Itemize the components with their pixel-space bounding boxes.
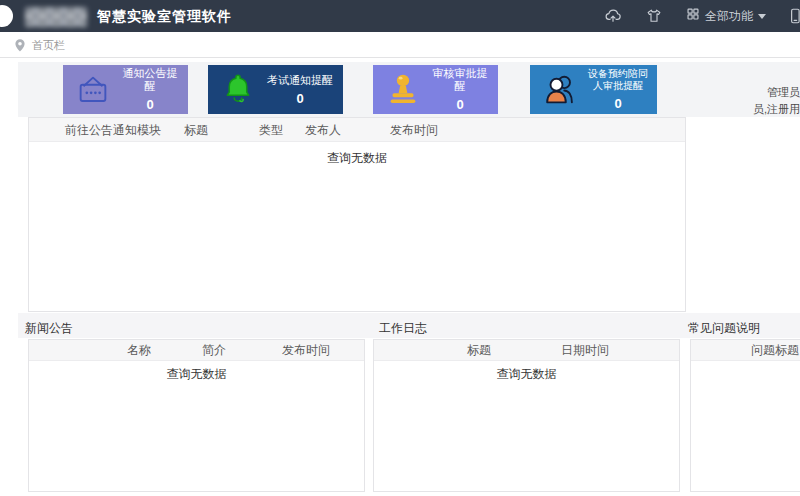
worklog-table-header: 标题 日期时间 [374, 340, 679, 361]
news-table: 名称 简介 发布时间 查询无数据 [28, 339, 365, 492]
stamp-icon [384, 71, 422, 109]
card-notice-reminder[interactable]: 通知公告提醒 0 [63, 65, 188, 114]
breadcrumb-home[interactable]: 首页栏 [32, 38, 65, 53]
card-label: 设备预约陪同人审批提醒 [585, 68, 651, 92]
worklog-table: 标题 日期时间 查询无数据 [373, 339, 680, 492]
avatar [0, 5, 13, 27]
news-empty-state: 查询无数据 [29, 366, 364, 383]
col-question-title: 问题标题 [751, 342, 799, 359]
all-functions-label: 全部功能 [705, 8, 753, 25]
notice-table-header: 前往公告通知模块 标题 类型 发布人 发布时间 [29, 118, 685, 142]
card-value: 0 [614, 96, 621, 111]
notice-table: 前往公告通知模块 标题 类型 发布人 发布时间 查询无数据 [28, 117, 686, 312]
worklog-empty-state: 查询无数据 [374, 366, 679, 383]
col-datetime: 日期时间 [561, 342, 609, 359]
user-info-line2: 员,注册用户 [753, 102, 800, 117]
faq-section-title: 常见问题说明 [688, 320, 760, 337]
col-publisher: 发布人 [305, 121, 341, 138]
mobile-phone-icon[interactable] [786, 7, 800, 25]
bell-icon [219, 71, 257, 109]
all-functions-menu[interactable]: 全部功能 [686, 6, 766, 26]
notice-empty-state: 查询无数据 [29, 150, 685, 167]
news-section-title: 新闻公告 [25, 320, 73, 337]
card-exam-reminder[interactable]: 考试通知提醒 0 [208, 65, 343, 114]
col-summary: 简介 [202, 342, 226, 359]
faq-table-header: 问题标题 [691, 340, 800, 361]
user-info-line1: 管理员,def [767, 85, 800, 100]
top-header-bar: 智慧实验室管理软件 全部功能 [0, 0, 800, 32]
news-table-header: 名称 简介 发布时间 [29, 340, 364, 361]
t-shirt-icon[interactable] [645, 7, 663, 25]
col-publish-time: 发布时间 [282, 342, 330, 359]
worklog-section-title: 工作日志 [379, 320, 427, 337]
card-approval-reminder[interactable]: 审核审批提醒 0 [373, 65, 498, 114]
col-publish-time: 发布时间 [390, 121, 438, 138]
card-device-escort-approval-reminder[interactable]: 设备预约陪同人审批提醒 0 [530, 65, 657, 114]
users-icon [541, 71, 579, 109]
card-value: 0 [296, 91, 303, 106]
faq-table: 问题标题 [690, 339, 800, 492]
cloud-upload-icon[interactable] [604, 7, 622, 25]
location-pin-icon [13, 38, 27, 57]
breadcrumb: 首页栏 [0, 32, 800, 58]
message-envelope-icon [74, 71, 112, 109]
col-title: 标题 [184, 121, 208, 138]
card-value: 0 [456, 97, 463, 112]
col-name: 名称 [127, 342, 151, 359]
card-label: 通知公告提醒 [118, 67, 182, 93]
caret-down-icon [758, 14, 766, 19]
logo [25, 7, 87, 27]
app-title: 智慧实验室管理软件 [97, 8, 232, 26]
apps-grid-icon [686, 7, 700, 25]
card-label: 考试通知提醒 [267, 74, 333, 87]
go-to-notice-module-link[interactable]: 前往公告通知模块 [65, 121, 161, 138]
card-label: 审核审批提醒 [428, 67, 492, 93]
col-type: 类型 [259, 121, 283, 138]
col-title: 标题 [467, 342, 491, 359]
card-value: 0 [146, 97, 153, 112]
